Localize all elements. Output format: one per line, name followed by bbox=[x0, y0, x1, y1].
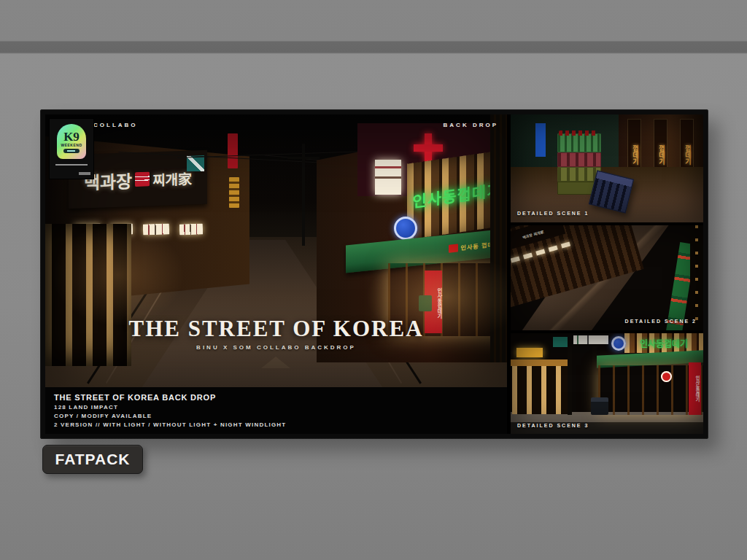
detail-scene-2-image: 백과장 찌개家 DETAILED SCENE 2 bbox=[511, 225, 703, 330]
logo-pill bbox=[63, 149, 80, 153]
detail-scene-2-caption: DETAILED SCENE 2 bbox=[625, 319, 697, 324]
logo-corner-bar bbox=[79, 172, 90, 175]
weekend-logo-text: WEEKEND bbox=[61, 143, 82, 147]
viewport: 백과장 찌개家 bbox=[0, 0, 747, 560]
backdrop-label: BACK DROP bbox=[444, 122, 498, 128]
detail-scene-1-image: 껍데기 껍데기 껍데기 DETAILED SCENE 1 bbox=[511, 114, 703, 222]
poster-title: THE STREET OF KOREA bbox=[45, 316, 507, 342]
collabo-label: COLLABO bbox=[93, 122, 138, 128]
product-info-bar: THE STREET OF KOREA BACK DROP 128 LAND I… bbox=[45, 387, 507, 434]
k9-logo-badge: K9 WEEKEND bbox=[57, 124, 86, 159]
scene-vignette bbox=[511, 333, 703, 434]
poster-subtitle: BINU X SOM COLLABO BACKDROP bbox=[45, 344, 507, 351]
main-scene-image: 백과장 찌개家 bbox=[45, 114, 507, 387]
scene-vignette bbox=[511, 114, 703, 222]
detail-scene-3-image: 인사동껍데기 인사동껍데기 DETAILED SCENE 3 bbox=[511, 333, 703, 434]
info-permissions: COPY / MODIFY AVAILABLE bbox=[54, 413, 507, 419]
info-product-name: THE STREET OF KOREA BACK DROP bbox=[54, 393, 507, 402]
vendor-poster[interactable]: 백과장 찌개家 bbox=[45, 114, 703, 434]
detail-scene-3-caption: DETAILED SCENE 3 bbox=[517, 423, 589, 428]
fatpack-button[interactable]: FATPACK bbox=[42, 445, 143, 474]
info-land-impact: 128 LAND IMPACT bbox=[54, 404, 507, 411]
poster-main-column: 백과장 찌개家 bbox=[45, 114, 507, 434]
scene-vignette bbox=[511, 225, 703, 330]
detail-scene-1-caption: DETAILED SCENE 1 bbox=[517, 211, 589, 216]
logo-fine-print bbox=[55, 164, 88, 166]
info-versions: 2 VERSION // WITH LIGHT / WITHOUT LIGHT … bbox=[54, 421, 507, 428]
detail-scenes-panel: 껍데기 껍데기 껍데기 DETAILED SCENE 1 bbox=[511, 114, 703, 434]
billboard-frame: 백과장 찌개家 bbox=[40, 109, 708, 439]
k9-logo-text: K9 bbox=[63, 131, 80, 143]
k9-weekend-logo: K9 WEEKEND bbox=[50, 119, 93, 179]
